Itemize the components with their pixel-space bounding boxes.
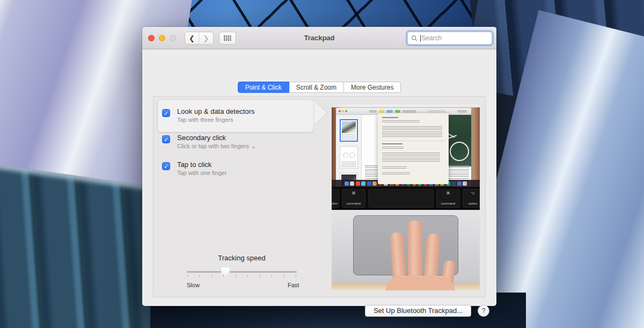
text-caret bbox=[420, 35, 421, 42]
checkmark-icon: ✓ bbox=[164, 163, 169, 170]
setting-subtitle-dropdown[interactable]: Click or tap with two fingers⌄ bbox=[177, 143, 255, 149]
search-placeholder: Search bbox=[421, 34, 442, 42]
demo-toolbar-control bbox=[395, 110, 400, 113]
demo-trackpad bbox=[353, 215, 458, 275]
secondary-click-checkbox[interactable]: ✓ bbox=[162, 135, 170, 143]
titlebar[interactable]: ❮ ❯ Trackpad Search bbox=[142, 27, 496, 49]
help-button[interactable]: ? bbox=[478, 305, 489, 317]
gesture-demo-video: BIKES bbox=[332, 105, 480, 290]
lookup-setting-callout bbox=[158, 100, 313, 132]
slider-ticks bbox=[187, 275, 296, 277]
demo-key-option: ⌥ option bbox=[463, 189, 480, 208]
demo-dock-icon bbox=[350, 181, 354, 186]
demo-dock-icon bbox=[367, 181, 371, 186]
slider-track[interactable] bbox=[187, 271, 297, 273]
demo-key-command-right: ⌘ command bbox=[436, 189, 460, 208]
command-icon: ⌘ bbox=[352, 191, 356, 195]
demo-thumbnail-selected bbox=[340, 119, 358, 142]
tap-to-click-checkbox[interactable]: ✓ bbox=[162, 162, 170, 170]
demo-dock-icon bbox=[356, 181, 360, 186]
demo-dock-icon bbox=[361, 181, 365, 186]
setting-title: Secondary click bbox=[177, 134, 226, 142]
checkmark-icon: ✓ bbox=[164, 110, 169, 116]
demo-address-bar bbox=[427, 110, 445, 113]
tab-more-gestures[interactable]: More Gestures bbox=[344, 82, 401, 93]
demo-key-spacebar bbox=[368, 189, 434, 208]
window-content: Point & Click Scroll & Zoom More Gesture… bbox=[142, 49, 496, 305]
option-icon: ⌥ bbox=[471, 191, 475, 195]
demo-dock-icon bbox=[345, 181, 349, 186]
demo-zoom-dot bbox=[345, 110, 347, 112]
lookup-checkbox[interactable]: ✓ bbox=[162, 109, 170, 117]
demo-dock-icon bbox=[457, 181, 462, 186]
tab-point-and-click[interactable]: Point & Click bbox=[238, 82, 289, 93]
demo-close-dot bbox=[339, 110, 341, 112]
demo-lookup-popup bbox=[378, 113, 449, 184]
slider-fast-label: Fast bbox=[288, 282, 299, 288]
demo-min-dot bbox=[342, 110, 344, 112]
trackpad-preferences-window: ❮ ❯ Trackpad Search Point & Click Scroll… bbox=[142, 27, 496, 306]
demo-toolbar-control bbox=[386, 110, 393, 113]
tracking-speed-label: Tracking speed bbox=[187, 254, 297, 262]
demo-toolbar-control bbox=[369, 110, 377, 113]
settings-panel: ✓ Look up & data detectors Tap with thre… bbox=[153, 96, 486, 297]
demo-key-command-left: ⌘ command bbox=[342, 189, 365, 208]
tracking-speed-slider[interactable] bbox=[187, 267, 297, 283]
demo-toolbar-control bbox=[402, 110, 416, 113]
setting-title: Tap to click bbox=[177, 161, 211, 169]
tab-bar: Point & Click Scroll & Zoom More Gesture… bbox=[142, 82, 496, 93]
setting-subtitle: Click or tap with two fingers bbox=[177, 143, 249, 149]
demo-dock-icon bbox=[451, 181, 456, 186]
slider-slow-label: Slow bbox=[187, 282, 200, 288]
demo-browser-window: BIKES bbox=[336, 108, 471, 187]
demo-dock-icon bbox=[463, 181, 467, 186]
demo-thumbnail bbox=[340, 146, 358, 169]
search-icon bbox=[411, 35, 418, 41]
demo-key-partial: option bbox=[332, 189, 339, 208]
demo-menubar bbox=[332, 105, 480, 107]
search-field[interactable]: Search bbox=[407, 32, 492, 45]
checkmark-icon: ✓ bbox=[164, 136, 169, 143]
setting-subtitle: Tap with one finger bbox=[177, 170, 226, 176]
tab-scroll-and-zoom[interactable]: Scroll & Zoom bbox=[289, 82, 344, 93]
demo-desktop: BIKES bbox=[332, 105, 480, 187]
command-icon: ⌘ bbox=[447, 191, 450, 195]
demo-toolbar-control bbox=[379, 110, 384, 113]
demo-keyboard-row: option ⌘ command ⌘ command ⌥ option bbox=[332, 187, 480, 210]
demo-dock-icon bbox=[372, 181, 377, 186]
demo-toolbar-control bbox=[457, 110, 467, 113]
setting-title: Look up & data detectors bbox=[177, 107, 255, 115]
demo-palm bbox=[385, 275, 455, 290]
demo-sidebar bbox=[336, 115, 362, 187]
chevron-down-icon: ⌄ bbox=[251, 143, 255, 149]
setup-bluetooth-trackpad-button[interactable]: Set Up Bluetooth Trackpad... bbox=[365, 305, 471, 317]
setting-subtitle: Tap with three fingers bbox=[177, 116, 233, 123]
